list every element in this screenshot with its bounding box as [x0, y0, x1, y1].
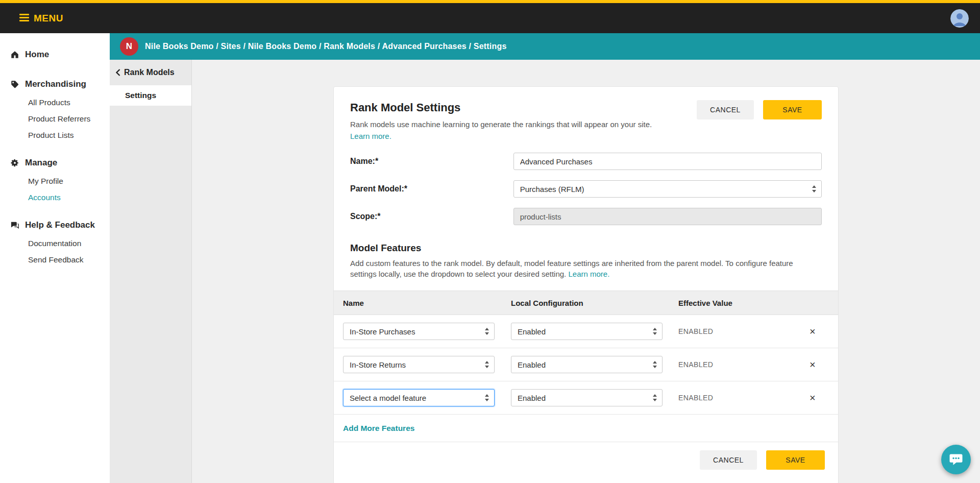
person-icon	[950, 9, 969, 28]
add-more-features-link[interactable]: Add More Features	[343, 424, 414, 433]
feature-name-select-3[interactable]: Select a model feature	[343, 389, 495, 406]
cancel-button-top[interactable]: CANCEL	[697, 100, 754, 119]
rank-model-settings-card: Rank Model Settings Rank models use mach…	[333, 86, 839, 483]
cancel-button-bottom[interactable]: CANCEL	[700, 450, 757, 470]
name-field-row: Name:*	[350, 153, 822, 170]
sidebar-manage-label: Manage	[25, 158, 57, 168]
card-description: Rank models use machine learning to gene…	[350, 119, 677, 141]
column-header-local-configuration: Local Configuration	[511, 299, 678, 307]
user-avatar[interactable]	[950, 9, 969, 28]
chat-bubbles-icon	[10, 221, 19, 230]
sidebar-help-label: Help & Feedback	[25, 220, 95, 230]
tag-icon	[10, 80, 19, 89]
features-learn-more-link[interactable]: Learn more.	[568, 270, 609, 278]
table-header-row: Name Local Configuration Effective Value	[334, 291, 838, 315]
sidebar-section-merchandising: Merchandising All Products Product Refer…	[0, 74, 110, 143]
parent-model-label: Parent Model:*	[350, 184, 513, 194]
feature-row: In-Store Purchases Enabled ENABLED	[334, 315, 838, 348]
sidebar-item-product-referrers[interactable]: Product Referrers	[28, 111, 110, 127]
remove-feature-icon-1[interactable]: ×	[806, 326, 819, 336]
main-content: Rank Model Settings Rank models use mach…	[192, 60, 980, 483]
effective-value-2: ENABLED	[678, 360, 806, 369]
sidebar-item-home[interactable]: Home	[0, 44, 110, 65]
sidebar-item-manage[interactable]: Manage	[0, 153, 110, 173]
local-configuration-select-3[interactable]: Enabled	[511, 389, 663, 406]
sidebar-item-product-lists[interactable]: Product Lists	[28, 127, 110, 143]
main-sidebar: Home Merchandising All Products Product …	[0, 33, 110, 483]
breadcrumb[interactable]: Nile Books Demo / Sites / Nile Books Dem…	[145, 42, 507, 51]
menu-label: MENU	[34, 13, 63, 24]
sidebar-section-manage: Manage My Profile Accounts	[0, 153, 110, 206]
remove-feature-icon-3[interactable]: ×	[806, 393, 819, 403]
chevron-left-icon	[116, 69, 120, 76]
feature-name-select-1[interactable]: In-Store Purchases	[343, 323, 495, 340]
up-down-arrows-icon	[484, 394, 489, 402]
sidebar-item-my-profile[interactable]: My Profile	[28, 173, 110, 189]
feature-name-select-2[interactable]: In-Store Returns	[343, 356, 495, 373]
back-label: Rank Models	[124, 68, 175, 77]
name-label: Name:*	[350, 157, 513, 166]
sidebar-item-send-feedback[interactable]: Send Feedback	[28, 252, 110, 268]
back-to-rank-models[interactable]: Rank Models	[110, 60, 191, 81]
scope-field-row: Scope:*	[350, 208, 822, 225]
sidebar-item-merchandising[interactable]: Merchandising	[0, 74, 110, 94]
hamburger-icon	[19, 13, 29, 24]
menu-button[interactable]: MENU	[19, 13, 63, 24]
column-header-effective-value: Effective Value	[678, 299, 806, 307]
effective-value-1: ENABLED	[678, 327, 806, 335]
scope-label: Scope:*	[350, 212, 513, 221]
breadcrumb-bar: N Nile Books Demo / Sites / Nile Books D…	[110, 33, 980, 60]
home-icon	[10, 50, 19, 59]
sidebar-home-label: Home	[25, 50, 49, 60]
feature-row: In-Store Returns Enabled ENABLED	[334, 348, 838, 381]
up-down-arrows-icon	[484, 327, 489, 335]
sidebar-item-help-feedback[interactable]: Help & Feedback	[0, 215, 110, 235]
sidebar-section-help: Help & Feedback Documentation Send Feedb…	[0, 215, 110, 268]
column-header-name: Name	[343, 299, 511, 307]
gear-icon	[10, 158, 19, 167]
up-down-arrows-icon	[652, 360, 657, 369]
secondary-sidebar: Rank Models Settings	[110, 60, 192, 483]
save-button-bottom[interactable]: SAVE	[766, 450, 825, 470]
add-more-features-row: Add More Features	[334, 415, 838, 442]
top-bar: MENU	[0, 0, 980, 33]
subnav-item-settings[interactable]: Settings	[110, 85, 191, 106]
parent-model-field-row: Parent Model:* Purchases (RFLM)	[350, 180, 822, 198]
learn-more-link[interactable]: Learn more.	[350, 131, 677, 141]
scope-input	[513, 208, 822, 225]
chat-widget-button[interactable]	[941, 445, 971, 474]
model-features-table: Name Local Configuration Effective Value…	[334, 291, 838, 442]
up-down-arrows-icon	[652, 394, 657, 402]
site-badge[interactable]: N	[120, 37, 138, 56]
name-input[interactable]	[513, 153, 822, 170]
parent-model-select[interactable]: Purchases (RFLM)	[513, 180, 822, 198]
sidebar-item-all-products[interactable]: All Products	[28, 94, 110, 111]
remove-feature-icon-2[interactable]: ×	[806, 359, 819, 370]
sidebar-item-accounts[interactable]: Accounts	[28, 189, 110, 206]
up-down-arrows-icon	[652, 327, 657, 335]
model-features-description: Add custom features to the rank model. B…	[350, 258, 807, 279]
local-configuration-select-1[interactable]: Enabled	[511, 323, 663, 340]
feature-row: Select a model feature Enabled ENA	[334, 381, 838, 415]
sidebar-merchandising-label: Merchandising	[25, 79, 86, 89]
up-down-arrows-icon	[812, 185, 817, 193]
model-features-title: Model Features	[350, 243, 822, 254]
up-down-arrows-icon	[484, 360, 489, 369]
local-configuration-select-2[interactable]: Enabled	[511, 356, 663, 373]
sidebar-item-documentation[interactable]: Documentation	[28, 235, 110, 252]
effective-value-3: ENABLED	[678, 394, 806, 402]
chat-bubble-icon	[948, 452, 964, 467]
save-button-top[interactable]: SAVE	[763, 100, 822, 119]
